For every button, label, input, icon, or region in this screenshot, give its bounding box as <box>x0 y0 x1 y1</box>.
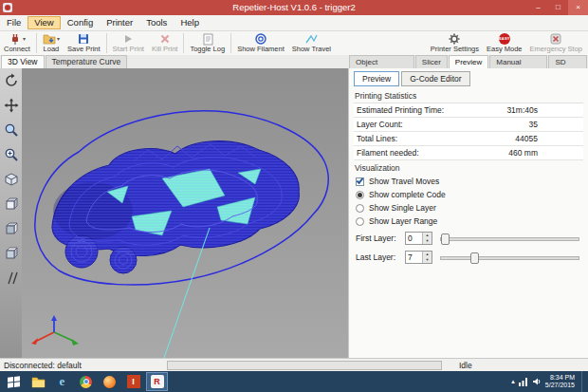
show-filament-button[interactable]: Show Filament <box>233 31 288 55</box>
gcode-preview-render <box>22 68 348 358</box>
emergency-stop-icon <box>549 32 562 46</box>
zoom-in-button[interactable] <box>3 146 20 163</box>
tray-expand-icon[interactable]: ▴ <box>511 378 515 385</box>
toolbar-separator <box>183 33 184 53</box>
last-layer-spinner[interactable]: 7 ▲ ▼ <box>405 251 432 264</box>
preview-subtab-button[interactable]: Preview <box>354 71 399 86</box>
titlebar[interactable]: Repetier-Host V1.0.6 - trigger2 – □ × <box>0 0 588 15</box>
tab-temperature-curve[interactable]: Temperature Curve <box>46 55 128 68</box>
show-layer-range-label: Show Layer Range <box>369 216 437 226</box>
show-filament-label: Show Filament <box>237 45 285 53</box>
last-layer-label: Last Layer: <box>356 252 405 262</box>
parallel-projection-button[interactable] <box>3 270 20 287</box>
tab-object-placement[interactable]: Object Placement <box>349 55 414 68</box>
show-single-layer-radio[interactable] <box>356 204 364 213</box>
menu-tools[interactable]: Tools <box>139 16 174 29</box>
window-controls: – □ × <box>528 0 588 15</box>
toggle-log-button[interactable]: Toggle Log <box>186 31 229 55</box>
taskbar-chrome[interactable] <box>75 372 97 391</box>
slider-thumb[interactable] <box>441 233 450 245</box>
start-print-button[interactable]: Start Print <box>109 31 148 55</box>
show-complete-code-radio[interactable] <box>356 191 364 199</box>
tab-slicer[interactable]: Slicer <box>415 55 448 68</box>
cross-icon <box>158 32 172 46</box>
rotate-view-button[interactable] <box>3 72 20 89</box>
toolbar-separator <box>230 33 231 53</box>
last-layer-slider[interactable] <box>440 252 579 263</box>
show-desktop-button[interactable] <box>581 371 585 392</box>
show-complete-code-option[interactable]: Show complete Code <box>356 190 583 199</box>
viewport-toolstrip <box>0 68 22 358</box>
minimize-button[interactable]: – <box>528 0 548 15</box>
slider-track <box>440 256 579 260</box>
side-view-button[interactable] <box>3 220 20 237</box>
toggle-log-label: Toggle Log <box>190 45 225 53</box>
front-view-button[interactable] <box>3 196 20 213</box>
show-layer-range-option[interactable]: Show Layer Range <box>356 216 583 226</box>
show-single-layer-option[interactable]: Show Single Layer <box>356 203 583 213</box>
save-print-label: Save Print <box>67 45 101 53</box>
toolbar-separator <box>36 33 37 53</box>
show-travel-moves-option[interactable]: Show Travel Moves <box>356 177 583 186</box>
right-panel-tabs: Object Placement Slicer Preview Manual C… <box>349 55 588 68</box>
first-layer-value[interactable]: 0 <box>406 233 422 244</box>
load-dropdown-arrow[interactable]: ▾ <box>57 35 60 42</box>
isometric-view-button[interactable] <box>3 171 20 188</box>
printer-settings-button[interactable]: Printer Settings <box>427 31 483 55</box>
connect-button[interactable]: ▾ Connect <box>0 31 34 55</box>
menu-file[interactable]: File <box>0 16 28 29</box>
view-tabs: 3D View Temperature Curve <box>1 55 128 68</box>
emergency-stop-label: Emergency Stop <box>530 45 582 53</box>
menu-view[interactable]: View <box>28 16 60 29</box>
taskbar-firefox[interactable] <box>99 372 120 391</box>
filament-spool-icon <box>254 32 267 46</box>
taskbar-app-i[interactable]: I <box>122 372 144 391</box>
show-complete-code-label: Show complete Code <box>369 190 446 199</box>
tab-sd-card[interactable]: SD Card <box>548 55 587 68</box>
taskbar-internet-explorer[interactable]: e <box>51 372 73 391</box>
last-layer-value[interactable]: 7 <box>406 252 422 263</box>
play-icon <box>121 32 135 46</box>
clock-date: 5/27/2015 <box>545 382 575 390</box>
easy-mode-icon: EASY <box>499 33 510 45</box>
gcode-editor-subtab-button[interactable]: G-Code Editor <box>401 71 469 86</box>
show-travel-button[interactable]: Show Travel <box>288 31 335 55</box>
top-view-button[interactable] <box>3 245 20 262</box>
maximize-button[interactable]: □ <box>548 0 568 15</box>
emergency-stop-button[interactable]: Emergency Stop <box>526 31 586 55</box>
zoom-view-button[interactable] <box>3 121 20 139</box>
first-layer-spinner[interactable]: 0 ▲ ▼ <box>405 232 432 245</box>
volume-icon[interactable] <box>532 377 542 386</box>
taskbar-clock[interactable]: 8:34 PM 5/27/2015 <box>545 374 578 390</box>
magnifier-plus-icon <box>4 147 19 162</box>
start-button[interactable] <box>0 371 27 392</box>
spin-down-button[interactable]: ▼ <box>423 257 432 263</box>
show-travel-moves-checkbox[interactable] <box>356 177 364 186</box>
floppy-disk-icon <box>77 32 90 46</box>
show-layer-range-radio[interactable] <box>356 217 364 226</box>
tab-3d-view[interactable]: 3D View <box>1 55 45 68</box>
tab-preview[interactable]: Preview <box>449 55 488 68</box>
first-layer-row: First Layer: 0 ▲ ▼ <box>356 232 583 245</box>
connect-dropdown-arrow[interactable]: ▾ <box>23 35 26 42</box>
taskbar-file-explorer[interactable] <box>28 372 49 391</box>
slider-thumb[interactable] <box>470 252 479 264</box>
menubar: File View Config Printer Tools Help <box>0 15 588 31</box>
menu-config[interactable]: Config <box>61 16 100 29</box>
close-button[interactable]: × <box>568 0 588 15</box>
menu-printer[interactable]: Printer <box>100 16 139 29</box>
tab-manual-control[interactable]: Manual Control <box>489 55 547 68</box>
menu-help[interactable]: Help <box>174 16 206 29</box>
first-layer-slider[interactable] <box>440 233 579 244</box>
move-view-button[interactable] <box>3 97 20 114</box>
load-button[interactable]: ▾ Load <box>39 31 64 55</box>
taskbar-repetier-host[interactable]: R <box>146 372 168 391</box>
easy-mode-button[interactable]: EASY Easy Mode <box>483 31 526 55</box>
save-print-button[interactable]: Save Print <box>64 31 104 55</box>
preview-subtabs: Preview G-Code Editor <box>354 71 583 86</box>
print-progress-bar <box>167 361 442 370</box>
kill-print-button[interactable]: Kill Print <box>148 31 182 55</box>
viewport-3d[interactable] <box>0 68 348 358</box>
spin-down-button[interactable]: ▼ <box>423 238 432 244</box>
network-icon[interactable] <box>519 377 528 386</box>
